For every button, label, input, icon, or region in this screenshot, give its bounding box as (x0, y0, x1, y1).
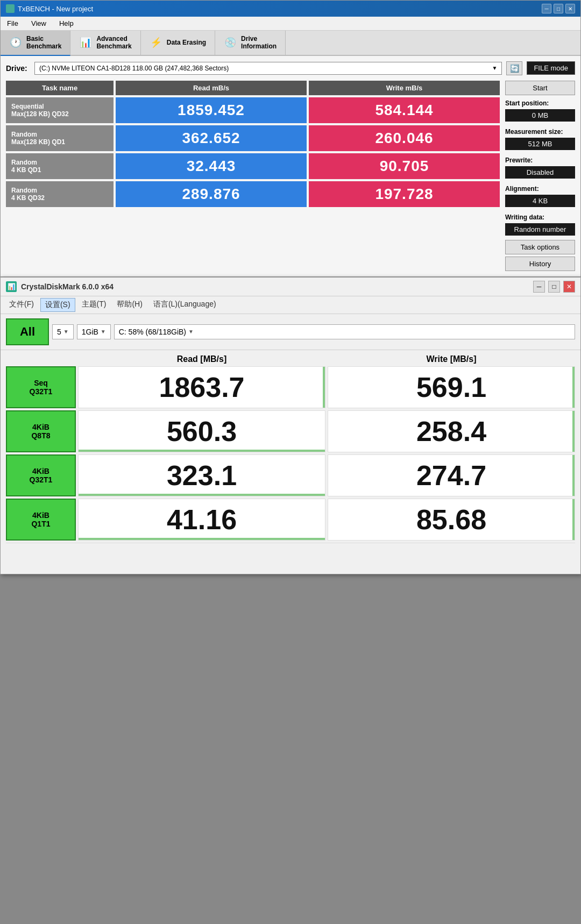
tab-drive-information[interactable]: 💿 Drive Information (215, 31, 286, 55)
cdm-4kib-q1t1-write: 85.68 (328, 499, 575, 541)
cdm-col-header-write: Write [MB/s] (328, 354, 575, 364)
benchmark-section: Task name Read mB/s Write mB/s Sequentia… (6, 81, 575, 271)
drive-select-dropdown[interactable]: (C:) NVMe LITEON CA1-8D128 118.00 GB (24… (34, 62, 502, 75)
writing-data-label: Writing data: (505, 214, 575, 221)
drive-info-label2: Information (241, 42, 277, 50)
col-header-read: Read mB/s (116, 81, 307, 95)
cdm-size-select[interactable]: 1GiB ▼ (77, 324, 111, 339)
cdm-maximize-button[interactable]: □ (548, 281, 560, 293)
cdm-drive-value: C: 58% (68/118GiB) (119, 328, 186, 336)
drive-select-value: (C:) NVMe LITEON CA1-8D128 118.00 GB (24… (39, 65, 229, 72)
advanced-benchmark-label2: Benchmark (96, 42, 131, 50)
menu-file[interactable]: File (5, 18, 20, 29)
bench-table-header: Task name Read mB/s Write mB/s (6, 81, 500, 95)
cdm-4kib-q8t8-read: 560.3 (78, 410, 325, 452)
txbench-menu-bar: File View Help (1, 17, 580, 31)
cdm-app-icon: 📊 (6, 281, 17, 292)
alignment-label: Alignment: (505, 185, 575, 193)
bench-row-rand4k-label2: 4 KB QD1 (11, 166, 41, 174)
start-position-label: Start position: (505, 99, 575, 107)
bench-row-rand4k-label1: Random (11, 159, 41, 166)
tab-basic-benchmark[interactable]: 🕐 Basic Benchmark (1, 31, 70, 56)
prewrite-label: Prewrite: (505, 157, 575, 164)
cdm-4kib-q32t1-label1: 4KiB (30, 467, 53, 475)
maximize-button[interactable]: □ (554, 4, 563, 13)
data-erasing-label: Data Erasing (167, 39, 206, 46)
bench-row-rand128-write: 260.046 (309, 125, 500, 151)
cdm-menu-file[interactable]: 文件(F) (5, 298, 38, 312)
cdm-window: 📊 CrystalDiskMark 6.0.0 x64 ─ □ ✕ 文件(F) … (0, 277, 581, 574)
cdm-size-arrow-icon: ▼ (101, 329, 106, 335)
menu-help[interactable]: Help (57, 18, 76, 29)
cdm-count-arrow-icon: ▼ (63, 329, 69, 335)
clock-icon: 🕐 (9, 36, 22, 49)
cdm-col-header-read: Read [MB/s] (78, 354, 325, 364)
history-button[interactable]: History (505, 257, 575, 271)
cdm-seq-read: 1863.7 (78, 366, 325, 408)
cdm-size-value: 1GiB (82, 328, 98, 336)
tab-advanced-benchmark[interactable]: 📊 Advanced Benchmark (70, 31, 140, 55)
bench-row-rand4kqd32-read: 289.876 (116, 181, 307, 207)
cdm-title: CrystalDiskMark 6.0.0 x64 (21, 282, 114, 291)
cdm-all-button[interactable]: All (6, 318, 49, 345)
start-position-value: 0 MB (505, 109, 575, 122)
cdm-main-grid: Read [MB/s] Write [MB/s] Seq Q32T1 1863.… (1, 350, 580, 574)
txbench-app-icon (6, 4, 15, 13)
col-header-task: Task name (6, 81, 114, 95)
bench-row-rand4k-qd1: Random 4 KB QD1 32.443 90.705 (6, 153, 500, 179)
cdm-count-select[interactable]: 5 ▼ (52, 324, 74, 339)
cdm-4kib-q1t1-read: 41.16 (78, 499, 325, 541)
drive-refresh-button[interactable]: 🔄 (506, 61, 522, 75)
cdm-4kib-q32t1-read: 323.1 (78, 454, 325, 496)
alignment-value: 4 KB (505, 195, 575, 207)
cdm-minimize-button[interactable]: ─ (533, 281, 545, 293)
col-header-write: Write mB/s (309, 81, 500, 95)
bench-row-seq-read: 1859.452 (116, 97, 307, 123)
bench-row-seq-label1: Sequential (11, 103, 69, 110)
start-button[interactable]: Start (505, 81, 575, 95)
cdm-4kib-q8t8-label1: 4KiB (31, 423, 50, 431)
cdm-column-headers: Read [MB/s] Write [MB/s] (6, 354, 575, 364)
cdm-menu-theme[interactable]: 主题(T) (77, 298, 111, 312)
cdm-4kib-q32t1-write: 274.7 (328, 454, 575, 496)
right-panel: Start Start position: 0 MB Measurement s… (505, 81, 575, 271)
minimize-button[interactable]: ─ (542, 4, 551, 13)
basic-benchmark-label1: Basic (26, 35, 61, 42)
bench-row-rand4kqd32-label1: Random (11, 187, 45, 194)
cdm-menu-language[interactable]: 语言(L)(Language) (149, 298, 221, 312)
bench-row-rand4kqd32-write: 197.728 (309, 181, 500, 207)
cdm-seq-write: 569.1 (328, 366, 575, 408)
txbench-title: TxBENCH - New project (18, 5, 93, 13)
erase-icon: ⚡ (150, 36, 162, 49)
measurement-size-value: 512 MB (505, 138, 575, 150)
cdm-title-bar: 📊 CrystalDiskMark 6.0.0 x64 ─ □ ✕ (1, 278, 580, 296)
bench-row-seq: Sequential Max(128 KB) QD32 1859.452 584… (6, 97, 500, 123)
basic-benchmark-label2: Benchmark (26, 42, 61, 50)
prewrite-value: Disabled (505, 166, 575, 179)
cdm-row-4kib-q1t1: 4KiB Q1T1 41.16 85.68 (6, 499, 575, 541)
close-button[interactable]: ✕ (565, 4, 575, 13)
file-mode-button[interactable]: FILE mode (527, 61, 575, 75)
drive-row: Drive: (C:) NVMe LITEON CA1-8D128 118.00… (6, 61, 575, 75)
menu-view[interactable]: View (29, 18, 48, 29)
cdm-menu-help[interactable]: 帮助(H) (112, 298, 146, 312)
bench-row-rand4k-qd32: Random 4 KB QD32 289.876 197.728 (6, 181, 500, 207)
cdm-drive-select[interactable]: C: 58% (68/118GiB) ▼ (114, 324, 575, 339)
bench-row-rand-128: Random Max(128 KB) QD1 362.652 260.046 (6, 125, 500, 151)
bench-row-seq-write: 584.144 (309, 97, 500, 123)
cdm-row-4kib-q32t1: 4KiB Q32T1 323.1 274.7 (6, 454, 575, 496)
cdm-menu-settings[interactable]: 设置(S) (40, 298, 75, 312)
bench-row-seq-label2: Max(128 KB) QD32 (11, 110, 69, 118)
drive-icon: 💿 (224, 36, 237, 49)
drive-info-label1: Drive (241, 35, 277, 42)
cdm-close-button[interactable]: ✕ (563, 281, 575, 293)
txbench-main: Drive: (C:) NVMe LITEON CA1-8D128 118.00… (1, 56, 580, 276)
bench-row-rand128-read: 362.652 (116, 125, 307, 151)
cdm-4kib-q8t8-write: 258.4 (328, 410, 575, 452)
tab-data-erasing[interactable]: ⚡ Data Erasing (141, 31, 215, 55)
cdm-count-value: 5 (57, 328, 61, 336)
task-options-button[interactable]: Task options (505, 240, 575, 254)
measurement-size-label: Measurement size: (505, 128, 575, 136)
bench-row-rand4k-write: 90.705 (309, 153, 500, 179)
txbench-title-bar: TxBENCH - New project ─ □ ✕ (1, 1, 580, 17)
